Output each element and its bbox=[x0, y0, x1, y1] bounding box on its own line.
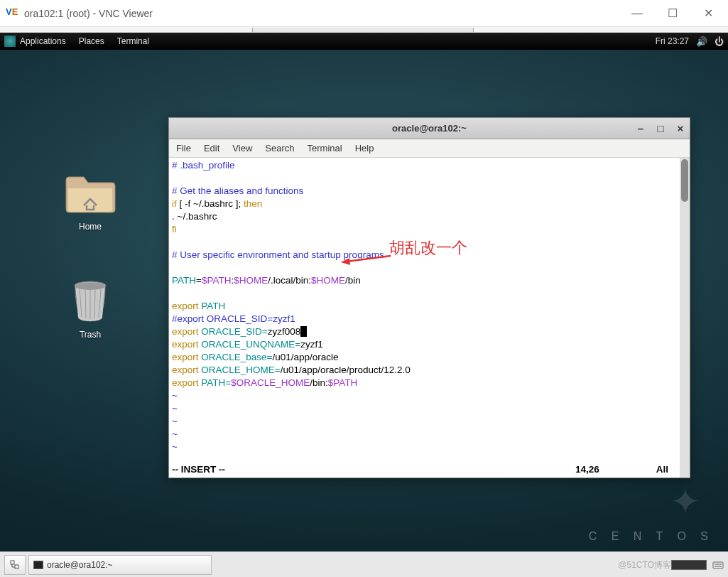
term-menu-view[interactable]: View bbox=[232, 143, 252, 153]
vnc-titlebar: VE ora102:1 (root) - VNC Viewer — ☐ ✕ bbox=[0, 0, 728, 27]
vnc-logo-icon: VE bbox=[6, 6, 20, 21]
centos-branding: C E N T O S bbox=[589, 530, 714, 543]
taskbar-tray-button[interactable] bbox=[4, 555, 26, 575]
host-taskbar: oracle@ora102:~ @51CTO博客 bbox=[0, 551, 728, 577]
trash-icon bbox=[71, 279, 110, 325]
vnc-divider bbox=[0, 27, 728, 33]
power-icon[interactable]: ⏻ bbox=[715, 36, 724, 47]
menu-places[interactable]: Places bbox=[79, 36, 104, 46]
folder-icon bbox=[63, 174, 118, 217]
term-menu-search[interactable]: Search bbox=[265, 143, 294, 153]
home-label: Home bbox=[58, 222, 122, 232]
gnome-top-panel: Applications Places Terminal Fri 23:27 🔊… bbox=[0, 33, 728, 50]
vim-position: 14,26 bbox=[575, 463, 599, 476]
maximize-button[interactable]: ☐ bbox=[665, 6, 680, 21]
terminal-menubar: File Edit View Search Terminal Help bbox=[169, 139, 690, 158]
menu-applications[interactable]: Applications bbox=[20, 36, 66, 46]
activities-icon[interactable] bbox=[4, 36, 16, 47]
terminal-title: oracle@ora102:~ bbox=[169, 123, 690, 134]
vim-mode: -- INSERT -- bbox=[172, 463, 225, 476]
terminal-titlebar[interactable]: oracle@ora102:~ – □ × bbox=[169, 118, 690, 139]
input-indicator[interactable] bbox=[671, 560, 707, 570]
desktop-icon-trash[interactable]: Trash bbox=[58, 279, 122, 340]
close-button[interactable]: ✕ bbox=[701, 6, 715, 21]
svg-rect-9 bbox=[11, 561, 14, 564]
taskbar-item-label: oracle@ora102:~ bbox=[47, 560, 113, 570]
trash-label: Trash bbox=[58, 330, 122, 340]
watermark: @51CTO博客 bbox=[618, 559, 671, 571]
vnc-window-title: ora102:1 (root) - VNC Viewer bbox=[24, 8, 630, 19]
centos-logo-icon: ✦ bbox=[664, 480, 707, 523]
terminal-window: oracle@ora102:~ – □ × File Edit View Sea… bbox=[168, 117, 690, 478]
terminal-maximize-button[interactable]: □ bbox=[656, 124, 665, 134]
svg-point-6 bbox=[75, 283, 105, 290]
terminal-scrollbar[interactable] bbox=[680, 158, 690, 478]
term-menu-file[interactable]: File bbox=[176, 143, 191, 153]
terminal-close-button[interactable]: × bbox=[675, 124, 685, 134]
menu-terminal[interactable]: Terminal bbox=[117, 36, 149, 46]
tray-icon bbox=[10, 560, 20, 570]
taskbar-item-terminal[interactable]: oracle@ora102:~ bbox=[28, 555, 212, 575]
window-controls: — ☐ ✕ bbox=[630, 6, 722, 21]
terminal-minimize-button[interactable]: – bbox=[636, 124, 646, 134]
desktop[interactable]: Home Trash ✦ C E N T O S oracle@ora102:~… bbox=[0, 50, 728, 551]
term-menu-terminal[interactable]: Terminal bbox=[308, 143, 342, 153]
term-menu-help[interactable]: Help bbox=[355, 143, 374, 153]
keyboard-icon[interactable] bbox=[712, 559, 724, 571]
scrollbar-thumb[interactable] bbox=[681, 159, 688, 202]
svg-rect-13 bbox=[713, 562, 723, 568]
svg-rect-10 bbox=[15, 565, 18, 568]
terminal-icon bbox=[33, 561, 43, 569]
term-menu-edit[interactable]: Edit bbox=[204, 143, 219, 153]
terminal-content[interactable]: # .bash_profile # Get the aliases and fu… bbox=[169, 158, 690, 478]
clock[interactable]: Fri 23:27 bbox=[656, 36, 689, 46]
vim-status-line: -- INSERT -- 14,26 All bbox=[172, 463, 675, 476]
volume-icon[interactable]: 🔊 bbox=[696, 36, 707, 47]
minimize-button[interactable]: — bbox=[630, 6, 644, 21]
desktop-icon-home[interactable]: Home bbox=[58, 174, 122, 232]
vim-scroll: All bbox=[656, 463, 668, 476]
text-cursor bbox=[300, 326, 307, 337]
